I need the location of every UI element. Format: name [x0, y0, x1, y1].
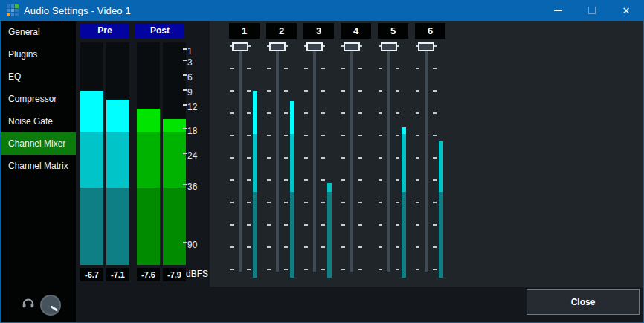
maximize-icon — [588, 7, 596, 14]
scale-tick-mark — [183, 74, 187, 76]
scale-label: 12 — [183, 102, 197, 113]
headphones-icon[interactable] — [21, 295, 36, 310]
sidebar-item-general[interactable]: General — [1, 21, 76, 43]
scale-label: 18 — [183, 126, 197, 137]
meter-bar-segment — [290, 192, 294, 278]
close-window-button[interactable]: ✕ — [609, 0, 643, 21]
scale-number: 18 — [187, 126, 197, 137]
knob-pointer — [50, 305, 58, 311]
fader-tick-marks — [416, 45, 419, 272]
close-button[interactable]: Close — [527, 289, 640, 315]
scale-tick-mark — [183, 89, 187, 91]
logo-square — [7, 4, 10, 8]
fader-track[interactable] — [350, 46, 353, 272]
sidebar-item-compressor[interactable]: Compressor — [1, 88, 76, 110]
sidebar-item-channel-matrix[interactable]: Channel Matrix — [1, 155, 76, 177]
meter-bar-segment — [253, 134, 257, 192]
fader-tick-marks — [230, 45, 234, 272]
channel-strip-3: 3 — [303, 21, 341, 287]
scale-label: 9 — [183, 87, 193, 98]
meter-bar-segment — [163, 188, 186, 265]
scale-tick-mark — [183, 128, 187, 129]
fader-track[interactable] — [425, 46, 428, 272]
fader-track[interactable] — [313, 46, 316, 272]
scale-label: 90 — [183, 240, 197, 251]
meter-bar-segment — [137, 132, 160, 188]
meter-bar-segment — [137, 188, 160, 265]
fader-tick-marks — [304, 45, 308, 272]
logo-square — [11, 9, 15, 13]
fader-track[interactable] — [276, 46, 279, 272]
scale-number: 1 — [187, 46, 193, 57]
title-bar: Audio Settings - Video 1 ✕ — [1, 0, 643, 21]
fader-tick-marks — [267, 45, 271, 272]
scale-tick-mark — [183, 48, 187, 50]
dbfs-unit-label: dBFS — [186, 269, 208, 279]
fader-tick-marks — [321, 45, 325, 272]
fader-tick-marks — [341, 45, 345, 272]
audio-settings-window: Audio Settings - Video 1 ✕ General Plugi… — [0, 0, 644, 323]
scale-number: 3 — [187, 57, 193, 68]
scale-number: 24 — [187, 150, 197, 162]
meter-bar-segment — [253, 91, 257, 134]
meter-bar-segment — [402, 127, 406, 134]
meter-bar-segment — [80, 91, 103, 132]
fader-track[interactable] — [239, 46, 242, 272]
logo-square — [11, 4, 15, 8]
channel-level-meter — [364, 21, 369, 287]
meter-bar-segment — [290, 101, 294, 134]
sidebar-item-channel-mixer[interactable]: Channel Mixer — [1, 132, 76, 155]
meter-bar-segment — [80, 188, 103, 265]
scale-label: 1 — [183, 46, 193, 57]
pre-left-readout: -6.7 — [80, 268, 103, 281]
fader-handle[interactable] — [344, 42, 360, 51]
meter-bar-segment — [327, 192, 332, 278]
post-left-readout: -7.6 — [137, 268, 160, 281]
fader-handle[interactable] — [269, 42, 286, 51]
sidebar-item-noise-gate[interactable]: Noise Gate — [1, 110, 76, 132]
scale-tick-mark — [183, 60, 187, 61]
pre-meter-left — [80, 42, 103, 265]
app-logo-icon — [7, 4, 19, 16]
fader-handle[interactable] — [306, 42, 323, 51]
fader-handle[interactable] — [418, 42, 434, 51]
channel-strip-1: 1 — [229, 21, 266, 287]
meter-bar-segment — [106, 100, 129, 132]
close-icon: ✕ — [622, 6, 631, 16]
channel-level-meter — [402, 21, 406, 287]
logo-square — [15, 4, 19, 8]
meter-bar-segment — [106, 188, 129, 265]
logo-square — [15, 13, 19, 16]
fader-handle[interactable] — [381, 42, 397, 51]
maximize-button[interactable] — [575, 0, 609, 21]
window-controls: ✕ — [541, 0, 643, 21]
scale-number: 36 — [187, 182, 197, 193]
logo-square — [15, 9, 19, 13]
scale-number: 12 — [187, 102, 197, 113]
fader-tick-marks — [358, 45, 362, 272]
scale-tick-mark — [183, 184, 187, 185]
post-meter-left — [137, 42, 160, 265]
fader-track[interactable] — [387, 46, 390, 272]
channel-level-meter — [253, 21, 257, 287]
fader-handle[interactable] — [232, 42, 248, 51]
channel-level-meter — [327, 21, 332, 287]
post-meter-label: Post — [135, 23, 184, 39]
pre-right-readout: -7.1 — [106, 268, 129, 281]
scale-number: 6 — [187, 72, 193, 83]
channel-level-meter — [439, 21, 443, 287]
meter-bar-segment — [80, 132, 103, 188]
channel-strip-4: 4 — [341, 21, 378, 287]
headphone-volume-knob[interactable] — [40, 295, 61, 316]
meter-bar-segment — [439, 192, 443, 278]
channel-strip-2: 2 — [266, 21, 303, 287]
fader-tick-marks — [396, 45, 399, 272]
sidebar-item-plugins[interactable]: Plugins — [1, 43, 76, 65]
logo-square — [11, 13, 15, 16]
sidebar-item-eq[interactable]: EQ — [1, 65, 76, 88]
meter-bar-segment — [290, 134, 294, 192]
minimize-button[interactable] — [541, 0, 575, 21]
scale-label: 3 — [183, 57, 193, 68]
post-right-readout: -7.9 — [163, 268, 186, 281]
scale-label: 24 — [183, 150, 197, 162]
